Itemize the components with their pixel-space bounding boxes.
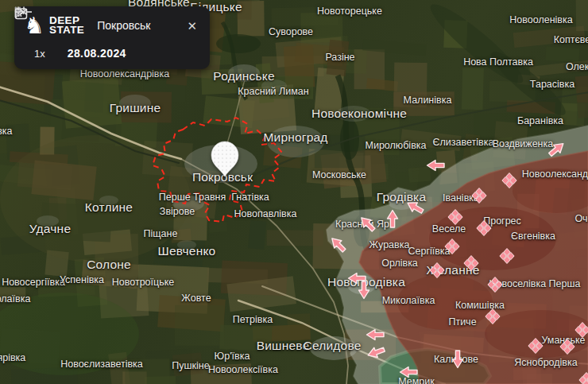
speed-label: 1x: [34, 48, 45, 60]
brand-logo: DEEP STATE: [49, 16, 84, 36]
close-icon[interactable]: ✕: [184, 18, 200, 33]
panel-header-row: ♞ DEEP STATE Покровськ ✕: [14, 6, 210, 42]
date-display[interactable]: 28.08.2024: [68, 47, 126, 60]
panel-controls-row: 1x 28.08.2024: [14, 42, 210, 69]
control-panel: ♞ DEEP STATE Покровськ ✕ 1x 28.08.2024: [14, 6, 210, 69]
search-input[interactable]: Покровськ: [97, 19, 150, 32]
deepstate-map-app: ВодянськеБілицькеНовоторецькеНовооленівк…: [0, 0, 588, 384]
